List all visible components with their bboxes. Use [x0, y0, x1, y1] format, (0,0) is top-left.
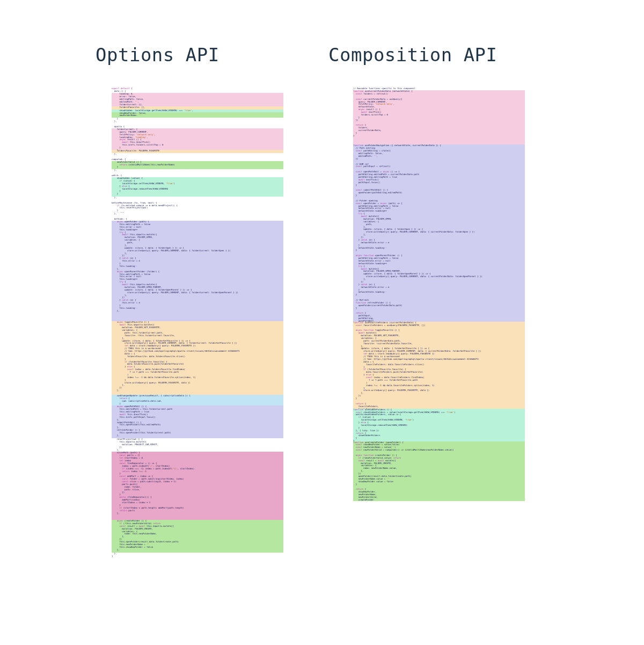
composition-api-column: // Reusable functions specific to this c… [353, 88, 525, 501]
options-api-column: export default { data () { return { load… [112, 88, 283, 558]
code-block-pink: function useCurrentFolderData (networkSt… [353, 90, 525, 144]
code-block-blue: cwdChangedUpdate (previousResult, { subs… [112, 395, 283, 405]
code-block-neutral: }, methods: { [112, 213, 283, 221]
code-block-orange: function useFavoriteFolders (currentFold… [353, 322, 525, 409]
code-block-neutral: }, [112, 169, 283, 175]
code-block-neutral: }, } [112, 553, 283, 558]
code-block-neutral: export default { data () { return { [112, 88, 283, 93]
code-block-mint: function useHiddenFolders () { const sho… [353, 409, 525, 441]
code-block-violet: async openFolder (path) { this.editingPa… [112, 221, 283, 321]
code-block-green: function useCreateFolder (openFolder) { … [353, 441, 525, 501]
code-block-neutral: }, [112, 153, 283, 158]
code-block-green: showNewFolder: false, newFolderName: '' [112, 112, 283, 118]
code-block-pink: folderCurrent: { query: FOLDER_CURRENT, … [112, 128, 283, 150]
composition-api-heading: Composition API [328, 44, 497, 66]
code-block-violet: async openPathEdit () { this.editedPath … [112, 405, 283, 438]
code-block-orange: async toggleFavorite () { await this.$ap… [112, 321, 283, 395]
code-block-violet: function useFolderNavigation ({ networkS… [353, 144, 525, 321]
code-block-green: newFolderValid () { return isValidMultiN… [112, 161, 283, 169]
code-block-magenta: slicePath (path) { const parts = [] let … [112, 452, 283, 520]
code-block-mint: showHidden (value) { if (value) { localS… [112, 177, 283, 196]
code-block-neutral: }, [112, 197, 283, 202]
code-block-neutral: beforeRouteLeave (to, from, next) { if (… [112, 202, 283, 213]
code-block-pink: loading: 0, error: false, editingPath: f… [112, 93, 283, 106]
options-api-heading: Options API [96, 44, 219, 66]
code-block-neutral: resetProjectCwd () { this.$apollo.mutate… [112, 438, 283, 452]
code-block-green: async createFolder () { if (!this.newFol… [112, 520, 283, 553]
code-block-neutral: } }, [112, 118, 283, 126]
